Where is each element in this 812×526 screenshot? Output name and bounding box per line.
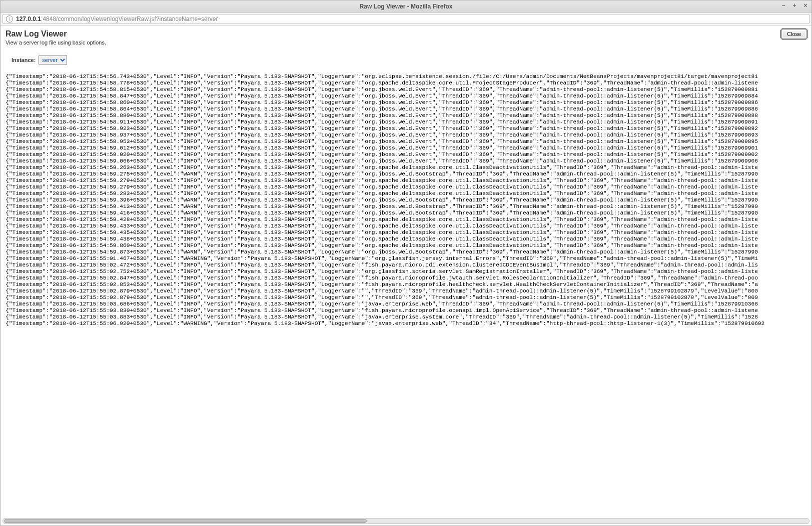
log-line: {"Timestamp":"2018-06-12T15:54:56.743+05… [6, 74, 806, 80]
log-line: {"Timestamp":"2018-06-12T15:55:03.686+05… [6, 301, 806, 308]
log-line: {"Timestamp":"2018-06-12T15:55:03.830+05… [6, 308, 806, 314]
log-line: {"Timestamp":"2018-06-12T15:54:58.864+05… [6, 106, 806, 112]
instance-select[interactable]: server [39, 56, 67, 64]
url-path: :4848/common/logViewer/logViewerRaw.jsf?… [41, 16, 218, 22]
log-line: {"Timestamp":"2018-06-12T15:54:59.433+05… [6, 223, 806, 230]
window-titlebar: Raw Log Viewer - Mozilla Firefox − + × [1, 0, 811, 12]
log-line: {"Timestamp":"2018-06-12T15:55:02.472+05… [6, 262, 806, 268]
log-line: {"Timestamp":"2018-06-12T15:55:02.847+05… [6, 275, 806, 282]
log-line: {"Timestamp":"2018-06-12T15:54:59.428+05… [6, 216, 806, 223]
log-line: {"Timestamp":"2018-06-12T15:54:59.860+05… [6, 242, 806, 249]
log-line: {"Timestamp":"2018-06-12T15:54:59.873+05… [6, 249, 806, 256]
instance-label: Instance: [12, 57, 36, 63]
info-icon[interactable]: i [6, 16, 13, 22]
log-line: {"Timestamp":"2018-06-12T15:54:59.279+05… [6, 178, 806, 184]
minimize-icon[interactable]: − [779, 2, 787, 10]
urlbar[interactable]: i 127.0.0.1 :4848/common/logViewer/logVi… [3, 14, 809, 24]
log-line: {"Timestamp":"2018-06-12T15:54:58.880+05… [6, 112, 806, 119]
log-line: {"Timestamp":"2018-06-12T15:54:59.413+05… [6, 204, 806, 210]
log-line: {"Timestamp":"2018-06-12T15:54:59.279+05… [6, 184, 806, 190]
log-line: {"Timestamp":"2018-06-12T15:54:59.012+05… [6, 145, 806, 152]
page-header: Raw Log Viewer View a server log file us… [6, 30, 806, 56]
page-content: Raw Log Viewer View a server log file us… [1, 26, 811, 526]
log-line: {"Timestamp":"2018-06-12T15:55:02.879+05… [6, 288, 806, 294]
url-host: 127.0.0.1 [16, 16, 41, 22]
log-line: {"Timestamp":"2018-06-12T15:55:02.752+05… [6, 268, 806, 275]
log-line: {"Timestamp":"2018-06-12T15:54:59.396+05… [6, 197, 806, 204]
log-line: {"Timestamp":"2018-06-12T15:55:06.920+05… [6, 320, 806, 327]
log-line: {"Timestamp":"2018-06-12T15:54:59.438+05… [6, 236, 806, 242]
log-line: {"Timestamp":"2018-06-12T15:54:59.020+05… [6, 152, 806, 158]
log-line: {"Timestamp":"2018-06-12T15:54:58.778+05… [6, 80, 806, 86]
window-title: Raw Log Viewer - Mozilla Firefox [360, 3, 453, 10]
log-line: {"Timestamp":"2018-06-12T15:54:59.416+05… [6, 210, 806, 216]
log-line: {"Timestamp":"2018-06-12T15:55:02.879+05… [6, 294, 806, 301]
log-line: {"Timestamp":"2018-06-12T15:54:58.847+05… [6, 93, 806, 100]
browser-window: Raw Log Viewer - Mozilla Firefox − + × i… [0, 0, 812, 526]
log-line: {"Timestamp":"2018-06-12T15:55:02.853+05… [6, 282, 806, 288]
log-line: {"Timestamp":"2018-06-12T15:54:58.953+05… [6, 138, 806, 145]
log-line: {"Timestamp":"2018-06-12T15:54:58.815+05… [6, 86, 806, 93]
close-window-icon[interactable]: × [801, 2, 809, 10]
close-button[interactable]: Close [781, 30, 806, 38]
page-subtitle: View a server log file using basic optio… [6, 40, 106, 46]
log-line: {"Timestamp":"2018-06-12T15:54:59.066+05… [6, 158, 806, 164]
scroll-track[interactable] [3, 518, 809, 524]
log-line: {"Timestamp":"2018-06-12T15:54:58.937+05… [6, 132, 806, 138]
urlbar-container: i 127.0.0.1 :4848/common/logViewer/logVi… [1, 12, 811, 26]
log-line: {"Timestamp":"2018-06-12T15:55:03.883+05… [6, 314, 806, 320]
log-line: {"Timestamp":"2018-06-12T15:54:58.911+05… [6, 119, 806, 126]
maximize-icon[interactable]: + [790, 2, 798, 10]
instance-row: Instance: server [12, 56, 806, 64]
log-line: {"Timestamp":"2018-06-12T15:54:59.283+05… [6, 190, 806, 197]
scroll-thumb[interactable] [4, 519, 367, 523]
log-output: {"Timestamp":"2018-06-12T15:54:56.743+05… [6, 74, 806, 327]
window-controls: − + × [779, 2, 809, 10]
page-title: Raw Log Viewer [6, 30, 106, 38]
log-line: {"Timestamp":"2018-06-12T15:54:59.275+05… [6, 171, 806, 178]
log-line: {"Timestamp":"2018-06-12T15:54:59.263+05… [6, 164, 806, 171]
log-line: {"Timestamp":"2018-06-12T15:54:59.435+05… [6, 230, 806, 236]
log-line: {"Timestamp":"2018-06-12T15:54:58.860+05… [6, 100, 806, 106]
log-line: {"Timestamp":"2018-06-12T15:54:58.923+05… [6, 126, 806, 132]
log-line: {"Timestamp":"2018-06-12T15:55:01.467+05… [6, 256, 806, 262]
horizontal-scrollbar[interactable] [3, 518, 809, 524]
